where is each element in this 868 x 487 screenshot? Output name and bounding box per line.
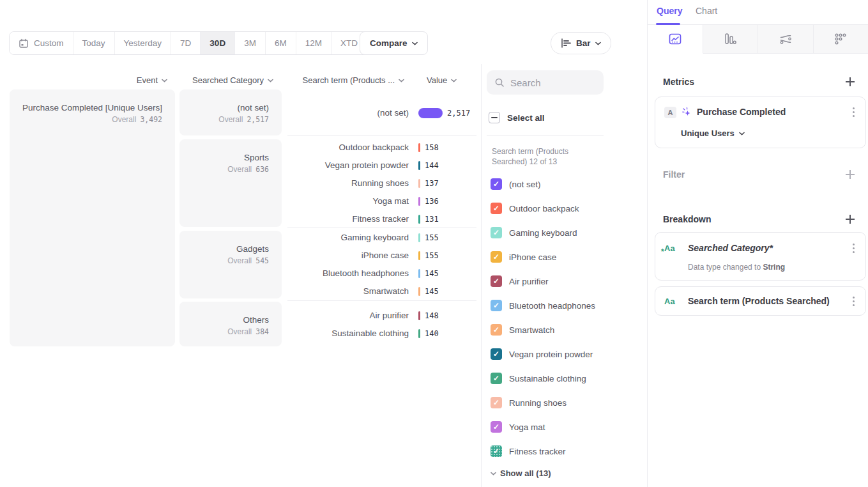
value-text: 155 — [425, 229, 439, 247]
legend-item[interactable]: ✓(not set) — [491, 175, 541, 193]
metric-card[interactable]: A Purchase Completed Unique Users — [655, 97, 866, 148]
tab-query[interactable]: Query — [657, 6, 682, 16]
value-text: 144 — [425, 157, 439, 174]
column-header-event[interactable]: Event — [10, 75, 167, 86]
overall-value: 545 — [255, 256, 269, 265]
column-header-searched-category[interactable]: Searched Category — [179, 75, 273, 86]
table-row[interactable]: Yoga mat136 — [287, 192, 476, 210]
breakdown-card-searched-category[interactable]: Aa* Searched Category* Data type changed… — [655, 232, 866, 281]
checked-checkbox-icon[interactable]: ✓ — [491, 445, 502, 457]
column-header-value[interactable]: Value — [427, 75, 460, 86]
legend-item[interactable]: ✓Fitness tracker — [491, 442, 566, 460]
tab-insights[interactable] — [648, 25, 703, 54]
add-breakdown-button[interactable] — [845, 214, 855, 224]
legend-item[interactable]: ✓Vegan protein powder — [491, 345, 593, 363]
checked-checkbox-icon[interactable]: ✓ — [491, 178, 502, 190]
table-row[interactable]: Bluetooth headphones145 — [287, 265, 476, 282]
category-cell[interactable]: SportsOverall636 — [179, 139, 282, 227]
category-cell[interactable]: GadgetsOverall545 — [179, 231, 282, 298]
category-name: (not set) — [186, 102, 269, 113]
legend-panel-divider — [481, 64, 482, 487]
tab-funnels[interactable] — [703, 25, 759, 53]
overall-label: Overall — [218, 115, 243, 124]
measurement-selector[interactable]: Unique Users — [681, 128, 745, 138]
legend-item[interactable]: ✓Air purifier — [491, 272, 549, 290]
legend-search[interactable] — [487, 70, 604, 95]
tab-retention[interactable] — [814, 25, 868, 53]
tab-chart[interactable]: Chart — [696, 6, 717, 16]
checkmark-icon: ✓ — [493, 326, 499, 334]
search-icon — [494, 77, 505, 88]
date-range-label: Today — [82, 38, 105, 48]
column-header-search-term[interactable]: Search term (Products ... — [287, 75, 404, 86]
search-term-label: Running shoes — [287, 174, 409, 192]
legend-item[interactable]: ✓Smartwatch — [491, 321, 554, 339]
legend-item[interactable]: ✓Bluetooth headphones — [491, 297, 595, 314]
table-row[interactable]: (not set)2,517 — [287, 104, 476, 122]
table-row[interactable]: Gaming keyboard155 — [287, 229, 476, 247]
panel-tabs: Query Chart — [648, 0, 868, 25]
date-range-3m[interactable]: 3M — [235, 32, 266, 54]
checked-checkbox-icon[interactable]: ✓ — [491, 397, 502, 408]
checked-checkbox-icon[interactable]: ✓ — [491, 421, 502, 433]
breakdown-options-kebab-icon[interactable] — [853, 297, 855, 308]
date-range-6m[interactable]: 6M — [266, 32, 296, 54]
legend-item-label: Air purifier — [509, 277, 549, 286]
checked-checkbox-icon[interactable]: ✓ — [491, 373, 502, 384]
legend-divider — [487, 135, 604, 136]
checked-checkbox-icon[interactable]: ✓ — [491, 300, 502, 311]
tab-flows[interactable] — [758, 25, 814, 53]
checked-checkbox-icon[interactable]: ✓ — [491, 348, 502, 360]
legend-item-label: Smartwatch — [509, 325, 554, 335]
group-separator — [287, 228, 476, 228]
show-all-toggle[interactable]: Show all (13) — [491, 468, 551, 478]
legend-item[interactable]: ✓Outdoor backpack — [491, 199, 579, 217]
table-row[interactable]: Outdoor backpack158 — [287, 139, 476, 157]
category-cell[interactable]: OthersOverall384 — [179, 302, 282, 346]
calendar-icon — [19, 38, 29, 49]
legend-item[interactable]: ✓Yoga mat — [491, 418, 545, 436]
table-row[interactable]: Smartwatch145 — [287, 282, 476, 300]
select-all-checkbox[interactable]: Select all — [489, 112, 545, 123]
table-row[interactable]: iPhone case155 — [287, 247, 476, 265]
filter-heading: Filter — [663, 169, 685, 180]
category-cell[interactable]: (not set)Overall2,517 — [179, 89, 282, 135]
add-filter-button[interactable] — [845, 169, 855, 180]
date-range-custom[interactable]: Custom — [10, 32, 73, 54]
breakdown-options-kebab-icon[interactable] — [853, 244, 855, 255]
checked-checkbox-icon[interactable]: ✓ — [491, 275, 502, 287]
chart-type-selector[interactable]: Bar — [551, 32, 611, 54]
compare-button[interactable]: Compare — [360, 31, 428, 55]
date-range-label: 3M — [244, 38, 256, 48]
value-text: 158 — [425, 139, 439, 157]
date-range-yesterday[interactable]: Yesterday — [115, 32, 172, 54]
metric-event-name: Purchase Completed — [697, 107, 786, 117]
legend-item[interactable]: ✓Gaming keyboard — [491, 224, 577, 242]
checked-checkbox-icon[interactable]: ✓ — [491, 227, 502, 238]
checked-checkbox-icon[interactable]: ✓ — [491, 203, 502, 214]
search-input[interactable] — [510, 77, 593, 88]
date-range-today[interactable]: Today — [73, 32, 115, 54]
date-range-30d[interactable]: 30D — [201, 32, 235, 54]
modified-asterisk-icon: * — [661, 247, 664, 256]
table-row[interactable]: Running shoes137 — [287, 174, 476, 192]
table-row[interactable]: Air purifier148 — [287, 307, 476, 325]
legend-item[interactable]: ✓iPhone case — [491, 248, 556, 266]
checked-checkbox-icon[interactable]: ✓ — [491, 324, 502, 336]
date-range-7d[interactable]: 7D — [171, 32, 201, 54]
table-row[interactable]: Fitness tracker131 — [287, 210, 476, 228]
select-all-label: Select all — [507, 113, 545, 123]
checkmark-icon: ✓ — [493, 447, 499, 455]
legend-item[interactable]: ✓Running shoes — [491, 394, 567, 412]
metric-options-kebab-icon[interactable] — [853, 107, 855, 119]
breakdown-card-search-term[interactable]: Aa Search term (Products Searched) — [655, 286, 866, 316]
metric-letter-badge: A — [664, 107, 676, 118]
table-row[interactable]: Vegan protein powder144 — [287, 157, 476, 174]
event-cell[interactable]: Purchase Completed [Unique Users] Overal… — [10, 89, 175, 346]
add-metric-button[interactable] — [845, 77, 855, 87]
checked-checkbox-icon[interactable]: ✓ — [491, 251, 502, 263]
table-row[interactable]: Sustainable clothing140 — [287, 325, 476, 343]
date-range-12m[interactable]: 12M — [296, 32, 331, 54]
legend-item[interactable]: ✓Sustainable clothing — [491, 369, 586, 387]
flows-icon — [779, 32, 793, 46]
